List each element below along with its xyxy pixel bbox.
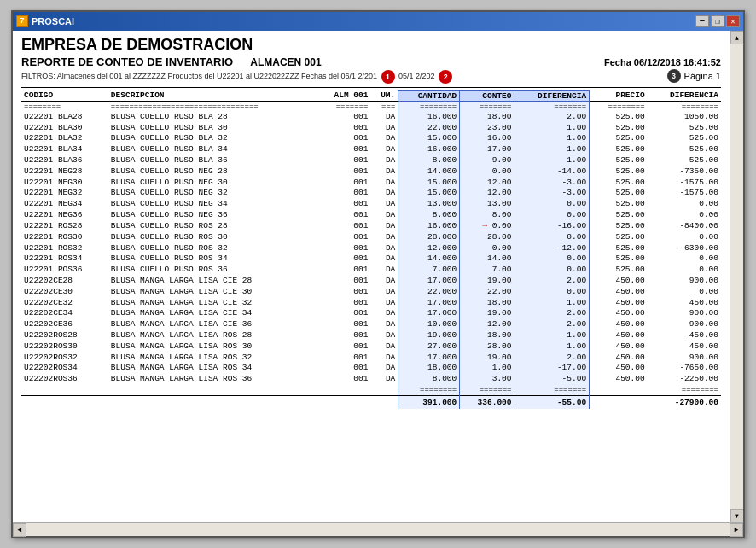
- window-controls: — ❐ ✕: [695, 15, 740, 27]
- table-row: U22202ROS32BLUSA MANGA LARGA LISA ROS 32…: [21, 353, 721, 364]
- table-row: U22201 ROS34BLUSA CUELLO RUSO ROS 34001D…: [21, 254, 721, 265]
- horizontal-scrollbar[interactable]: ◄ ►: [13, 522, 743, 536]
- table-row: U22202ROS28BLUSA MANGA LARGA LISA ROS 28…: [21, 330, 721, 341]
- table-row: U22201 NEG28BLUSA CUELLO RUSO NEG 28001D…: [21, 166, 721, 178]
- col-header-um: UM.: [370, 90, 398, 101]
- table-row: U22202CE30BLUSA MANGA LARGA LISA CIE 300…: [21, 287, 721, 298]
- scroll-track-horizontal[interactable]: [26, 523, 730, 536]
- table-row: U22201 ROS32BLUSA CUELLO RUSO ROS 32001D…: [21, 243, 721, 254]
- col-header-conteo: CONTEO: [460, 90, 515, 101]
- title-bar: 7 PROSCAI — ❐ ✕: [13, 12, 743, 31]
- col-header-diferencia: DIFERENCIA: [515, 90, 590, 101]
- col-header-precio: PRECIO: [590, 90, 648, 101]
- header-divider: [21, 87, 721, 88]
- totals-row: 391.000 336.000 -55.00 -27900.00: [21, 396, 721, 409]
- scroll-up-button[interactable]: ▲: [730, 31, 744, 44]
- minimize-button[interactable]: —: [695, 15, 709, 27]
- table-row: U22201 NEG36BLUSA CUELLO RUSO NEG 36001D…: [21, 210, 721, 221]
- table-row: U22201 ROS30BLUSA CUELLO RUSO ROS 30001D…: [21, 232, 721, 243]
- table-row: U22201 NEG32BLUSA CUELLO RUSO NEG 32001D…: [21, 188, 721, 199]
- col-header-diferencia2: DIFERENCIA: [648, 90, 721, 101]
- fecha-label: Fecha 06/12/2018 16:41:52: [604, 57, 721, 67]
- total-cantidad: 391.000: [398, 396, 460, 409]
- table-row: U22202CE34BLUSA MANGA LARGA LISA CIE 340…: [21, 308, 721, 319]
- table-row: U22201 ROS28BLUSA CUELLO RUSO ROS 28001D…: [21, 221, 721, 232]
- table-row: U22201 NEG34BLUSA CUELLO RUSO NEG 34001D…: [21, 199, 721, 210]
- app-icon: 7: [16, 15, 28, 27]
- scroll-down-button[interactable]: ▼: [730, 509, 744, 522]
- company-name: EMPRESA DE DEMOSTRACION: [21, 36, 721, 54]
- filtros-text: FILTROS: Almacenes del 001 al ZZZZZZZ Pr…: [21, 70, 454, 84]
- table-row: U22202CE28BLUSA MANGA LARGA LISA CIE 280…: [21, 276, 721, 287]
- col-header-cantidad: CANTIDAD: [398, 90, 460, 101]
- scroll-right-button[interactable]: ►: [730, 523, 743, 537]
- col-header-alm001: ALM 001: [317, 90, 371, 101]
- table-row: U22202ROS34BLUSA MANGA LARGA LISA ROS 34…: [21, 363, 721, 374]
- total-diferencia: -55.00: [515, 396, 590, 409]
- close-button[interactable]: ✕: [726, 15, 740, 27]
- badge-3: 3: [667, 69, 681, 83]
- table-row: U22202ROS36BLUSA MANGA LARGA LISA ROS 36…: [21, 374, 721, 385]
- total-conteo: 336.000: [460, 396, 515, 409]
- window-title: PROSCAI: [32, 16, 74, 26]
- table-row: U22201 BLA36BLUSA CUELLO RUSO BLA 36001D…: [21, 155, 721, 166]
- table-row: U22201 BLA32BLUSA CUELLO RUSO BLA 32001D…: [21, 133, 721, 144]
- vertical-scrollbar[interactable]: ▲ ▼: [730, 31, 743, 522]
- restore-button[interactable]: ❐: [711, 15, 724, 27]
- table-row: U22202ROS30BLUSA MANGA LARGA LISA ROS 30…: [21, 341, 721, 353]
- col-header-descripcion: DESCRIPCION: [108, 90, 317, 101]
- table-row: U22202CE32BLUSA MANGA LARGA LISA CIE 320…: [21, 298, 721, 309]
- table-row: U22201 NEG30BLUSA CUELLO RUSO NEG 30001D…: [21, 178, 721, 189]
- table-row: U22202CE36BLUSA MANGA LARGA LISA CIE 360…: [21, 319, 721, 330]
- almacen-label: ALMACEN 001: [250, 56, 321, 68]
- report-title: REPORTE DE CONTEO DE INVENTARIO: [21, 55, 233, 68]
- table-row: U22201 BLA30BLUSA CUELLO RUSO BLA 30001D…: [21, 123, 721, 134]
- table-row: U22201 BLA28BLUSA CUELLO RUSO BLA 28001D…: [21, 112, 721, 123]
- data-table-container[interactable]: CODIGO DESCRIPCION ALM 001 UM. CANTIDAD …: [21, 90, 721, 517]
- scroll-track-vertical[interactable]: [730, 44, 743, 509]
- table-row: U22201 ROS36BLUSA CUELLO RUSO ROS 36001D…: [21, 265, 721, 276]
- pagina-label: Página 1: [684, 71, 721, 81]
- col-header-codigo: CODIGO: [21, 90, 108, 101]
- total-diferencia2: -27900.00: [648, 396, 721, 409]
- scroll-left-button[interactable]: ◄: [13, 523, 26, 537]
- inventory-table: CODIGO DESCRIPCION ALM 001 UM. CANTIDAD …: [21, 90, 721, 409]
- table-row: U22201 BLA34BLUSA CUELLO RUSO BLA 34001D…: [21, 144, 721, 155]
- main-window: 7 PROSCAI — ❐ ✕ EMPRESA DE DEMOSTRACION …: [11, 10, 745, 538]
- report-content: EMPRESA DE DEMOSTRACION REPORTE DE CONTE…: [13, 31, 730, 522]
